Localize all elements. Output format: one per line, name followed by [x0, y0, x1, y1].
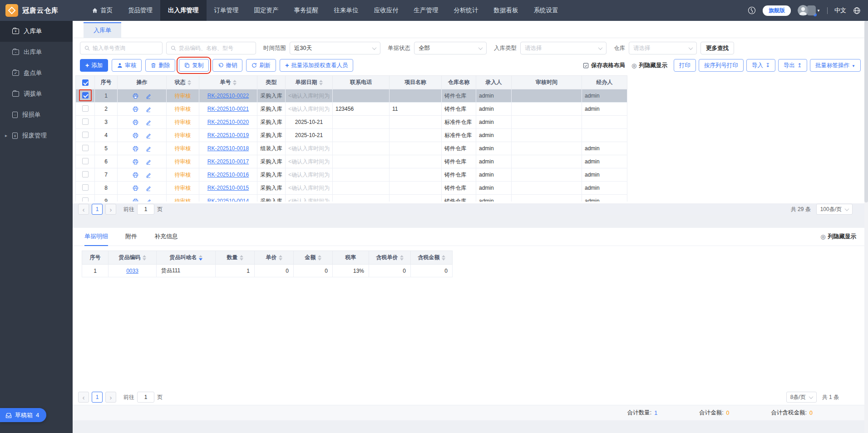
- nav-item[interactable]: 首页: [84, 0, 120, 21]
- tab-extra-info[interactable]: 补充信息: [154, 228, 178, 246]
- tab-inbound-orders[interactable]: 入库单: [84, 22, 121, 38]
- edit-row-icon[interactable]: [146, 186, 151, 191]
- select-all-checkbox[interactable]: [82, 79, 89, 86]
- nav-item[interactable]: 应收应付: [366, 0, 406, 21]
- col-header-status[interactable]: 状态: [167, 76, 199, 89]
- sort-arrows-icon[interactable]: [279, 255, 282, 261]
- sort-arrows-icon[interactable]: [319, 80, 323, 85]
- order-no-link[interactable]: RK-202510-0017: [207, 158, 249, 165]
- row-checkbox[interactable]: [82, 158, 89, 164]
- vertical-scrollbar[interactable]: [864, 21, 868, 433]
- warehouse-select[interactable]: 请选择: [629, 42, 697, 54]
- globe-icon[interactable]: [853, 7, 861, 15]
- edit-row-icon[interactable]: [146, 120, 151, 125]
- detail-current-page-button[interactable]: 1: [92, 392, 103, 403]
- edit-row-icon[interactable]: [146, 159, 151, 165]
- draftbox-button[interactable]: 草稿箱 4: [0, 408, 46, 422]
- sort-arrows-icon[interactable]: [318, 255, 321, 261]
- save-layout-button[interactable]: 保存表格布局: [583, 62, 625, 69]
- column-toggle-button[interactable]: 列隐藏显示: [631, 62, 667, 69]
- goto-page-input[interactable]: [137, 204, 154, 215]
- row-checkbox[interactable]: [82, 197, 89, 202]
- inbound-type-select[interactable]: 请选择: [520, 42, 607, 54]
- detail-column-toggle-button[interactable]: 列隐藏显示: [820, 233, 856, 241]
- batch-label-button[interactable]: 批量标签操作: [810, 59, 861, 72]
- add-button[interactable]: 添加: [80, 59, 108, 72]
- detail-goto-page-input[interactable]: [137, 392, 154, 403]
- prev-page-button[interactable]: [78, 204, 89, 215]
- print-row-icon[interactable]: [133, 133, 138, 138]
- row-checkbox[interactable]: [82, 132, 89, 138]
- export-button[interactable]: 导出: [778, 59, 807, 72]
- nav-item[interactable]: 出入库管理: [160, 0, 207, 21]
- col-header-tax_price[interactable]: 含税单价: [369, 251, 411, 265]
- order-row[interactable]: 8待审核RK-202510-0015采购入库<确认入库时间为铸件仓库admina…: [76, 182, 627, 195]
- edit-row-icon[interactable]: [146, 93, 151, 99]
- edit-row-icon[interactable]: [146, 199, 151, 202]
- page-size-select[interactable]: 100条/页: [816, 204, 853, 215]
- order-no-link[interactable]: RK-202510-0019: [207, 132, 249, 138]
- print-row-icon[interactable]: [133, 185, 138, 191]
- chevron-down-icon[interactable]: [817, 9, 820, 13]
- current-page-button[interactable]: 1: [92, 204, 103, 215]
- tab-attachments[interactable]: 附件: [125, 228, 137, 246]
- order-no-link[interactable]: RK-202510-0015: [207, 185, 249, 191]
- row-checkbox[interactable]: [82, 171, 89, 177]
- edit-row-icon[interactable]: [146, 146, 151, 152]
- sidebar-item[interactable]: ✓盘点单: [0, 63, 73, 84]
- sort-arrows-icon[interactable]: [187, 80, 191, 85]
- nav-item[interactable]: 系统设置: [526, 0, 566, 21]
- sort-arrows-icon[interactable]: [233, 80, 237, 85]
- scrollbar-thumb[interactable]: [864, 21, 868, 202]
- nav-item[interactable]: 分析统计: [446, 0, 486, 21]
- order-no-link[interactable]: RK-202510-0021: [207, 106, 249, 112]
- user-menu[interactable]: [798, 5, 820, 16]
- print-row-icon[interactable]: [133, 159, 138, 165]
- sidebar-item[interactable]: +入库单: [0, 21, 73, 42]
- row-checkbox[interactable]: [82, 184, 89, 191]
- sort-arrows-icon[interactable]: [442, 255, 445, 261]
- sort-arrows-icon[interactable]: [240, 255, 243, 261]
- sidebar-item[interactable]: x报废管理: [0, 125, 73, 146]
- print-button[interactable]: 打印: [674, 59, 696, 72]
- order-no-search[interactable]: [80, 42, 163, 54]
- edit-row-icon[interactable]: [146, 107, 151, 112]
- expand-arrow-icon[interactable]: [5, 133, 7, 138]
- goods-search-input[interactable]: [179, 45, 252, 51]
- col-header-price[interactable]: 单价: [255, 251, 294, 265]
- order-no-search-input[interactable]: [93, 45, 163, 51]
- batch-auth-button[interactable]: 批量添加授权查看人员: [280, 59, 353, 72]
- print-row-icon[interactable]: [133, 93, 138, 99]
- nav-item[interactable]: 事务提醒: [286, 0, 326, 21]
- nav-item[interactable]: 订单管理: [207, 0, 247, 21]
- order-row[interactable]: 2待审核RK-202510-0021采购入库<确认入库时间为12345611铸件…: [76, 103, 627, 116]
- row-checkbox[interactable]: [82, 118, 89, 125]
- edit-row-icon[interactable]: [146, 133, 151, 138]
- more-search-button[interactable]: 更多查找: [700, 42, 734, 54]
- goods-code-link[interactable]: 0033: [126, 268, 138, 274]
- sidebar-item[interactable]: -报损单: [0, 104, 73, 125]
- sort-arrows-icon[interactable]: [199, 255, 202, 261]
- row-checkbox[interactable]: [82, 92, 89, 98]
- sort-arrows-icon[interactable]: [400, 255, 404, 261]
- col-header-amount[interactable]: 金额: [294, 251, 333, 265]
- order-row[interactable]: 5待审核RK-202510-0018组装入库<确认入库时间为铸件仓库admina…: [76, 142, 627, 155]
- print-row-icon[interactable]: [133, 172, 138, 178]
- nav-item[interactable]: 往来单位: [326, 0, 366, 21]
- col-header-code[interactable]: 货品编码: [108, 251, 157, 265]
- col-header-tax_amount[interactable]: 含税金额: [411, 251, 453, 265]
- support-icon[interactable]: [748, 6, 756, 15]
- print-row-icon[interactable]: [133, 119, 138, 125]
- order-no-link[interactable]: RK-202510-0022: [207, 93, 249, 99]
- import-button[interactable]: 导入: [746, 59, 775, 72]
- order-row[interactable]: 3待审核RK-202510-0020采购入库2025-10-21标准件仓库adm…: [76, 116, 627, 129]
- copy-button[interactable]: 复制: [179, 59, 209, 72]
- version-badge[interactable]: 旗舰版: [763, 5, 791, 16]
- order-no-link[interactable]: RK-202510-0018: [207, 145, 249, 152]
- row-checkbox[interactable]: [82, 105, 89, 112]
- print-row-icon[interactable]: [133, 106, 138, 112]
- col-header-no[interactable]: 单号: [199, 76, 257, 89]
- order-row[interactable]: 1待审核RK-202510-0022采购入库<确认入库时间为铸件仓库admina…: [76, 89, 627, 103]
- order-row[interactable]: 9待审核RK-202510-0014采购入库<确认入库时间为铸件仓库admina…: [76, 195, 627, 202]
- print-row-icon[interactable]: [133, 146, 138, 152]
